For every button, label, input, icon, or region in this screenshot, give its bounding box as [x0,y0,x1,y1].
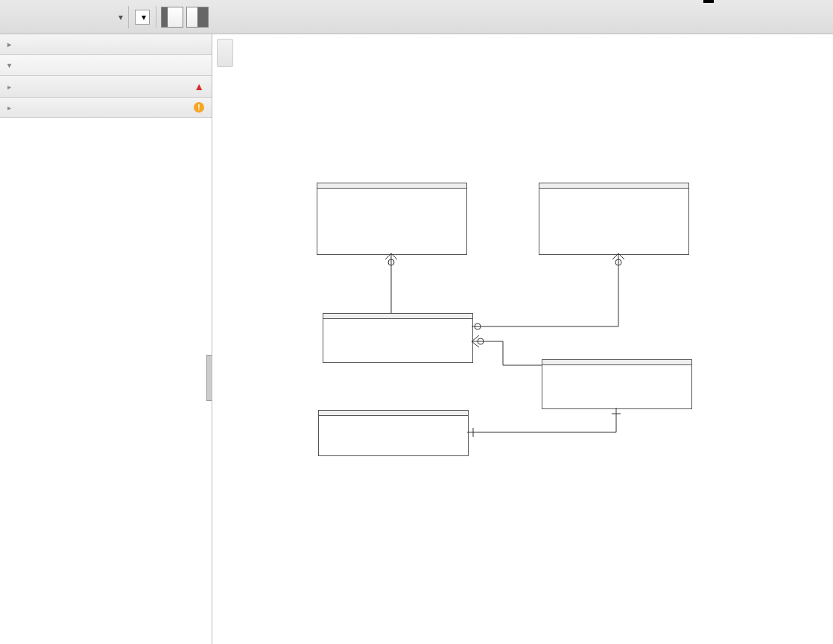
diagram-canvas[interactable] [212,67,833,644]
entity-invoices[interactable] [323,313,473,363]
warning-icon: ! [194,102,204,113]
clip-indicator [703,0,714,3]
svg-point-5 [475,323,481,329]
entity-accounts[interactable] [318,410,469,456]
relationships [212,67,833,644]
svg-point-4 [615,259,621,265]
entity-customers[interactable] [317,183,467,255]
section-model-structure[interactable]: ▸ [0,34,212,55]
sidebar: ▸ ▾ ▸ ▲ ▸ ! [0,34,212,644]
svg-point-1 [388,259,394,265]
entity-payments[interactable] [542,359,692,409]
errors-header[interactable]: ▸ ▲ [0,76,212,98]
main-toolbar: ▾ ▾ [0,0,833,34]
warnings-header[interactable]: ▸ ! [0,98,212,118]
chevron-down-icon[interactable]: ▾ [116,12,125,22]
panel-right-button[interactable] [186,7,209,28]
diagram-toolbar [217,39,233,67]
zoom-level[interactable]: ▾ [135,10,150,25]
section-problems[interactable]: ▾ [0,55,212,76]
entity-supplier[interactable] [539,183,689,255]
panel-left-button[interactable] [161,7,183,28]
canvas-area [212,34,833,644]
error-icon: ▲ [194,80,204,92]
sidebar-resize-handle[interactable] [206,355,212,401]
svg-point-9 [478,338,484,344]
